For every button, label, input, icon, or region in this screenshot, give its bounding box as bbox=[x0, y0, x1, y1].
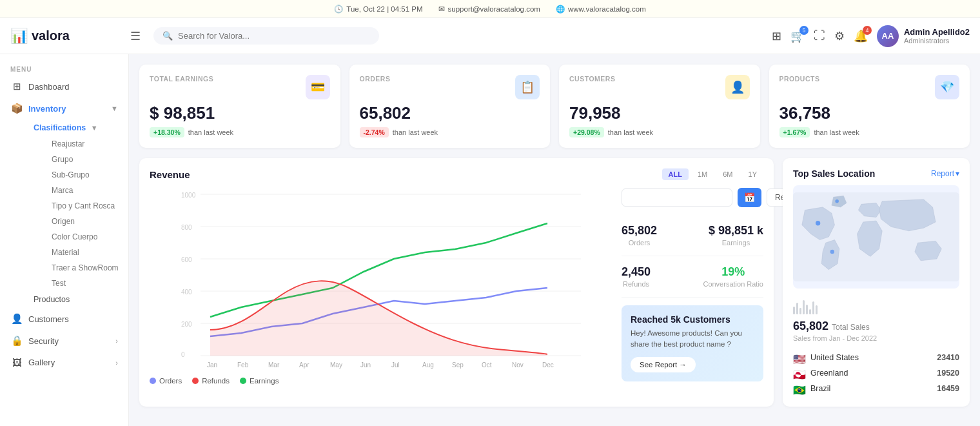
svg-text:Nov: Nov bbox=[512, 361, 524, 369]
avatar: AA bbox=[877, 25, 899, 47]
cart-badge: 5 bbox=[799, 26, 808, 35]
stat-footer-earnings: +18.30% than last week bbox=[150, 127, 330, 137]
stat-icon-customers: 👤 bbox=[725, 75, 750, 99]
country-row-us: 🇺🇸 United States 23410 bbox=[793, 350, 959, 365]
country-row-br: 🇧🇷 Brazil 16459 bbox=[793, 381, 959, 396]
sidebar-item-color[interactable]: Color Cuerpo bbox=[46, 229, 128, 245]
legend-orders: Orders bbox=[150, 377, 182, 385]
stat-label-products: PRODUCTS bbox=[779, 75, 820, 83]
period-1y[interactable]: 1Y bbox=[742, 168, 763, 180]
search-input[interactable] bbox=[178, 31, 370, 41]
sidebar-item-dashboard[interactable]: ⊞ Dashboard bbox=[0, 76, 128, 97]
sidebar-item-reajustar[interactable]: Reajustar bbox=[46, 136, 128, 152]
flag-gl: 🇬🇱 bbox=[793, 369, 806, 378]
period-6m[interactable]: 6M bbox=[716, 168, 739, 180]
top-bar: 🕓 Tue, Oct 22 | 04:51 PM ✉ support@valor… bbox=[0, 0, 980, 18]
sidebar-item-tipo-cant[interactable]: Tipo y Cant Rosca bbox=[46, 198, 128, 214]
country-val-br: 16459 bbox=[937, 384, 959, 393]
date-input[interactable] bbox=[622, 188, 732, 207]
wave-bar-2 bbox=[796, 303, 798, 314]
topbar-datetime: 🕓 Tue, Oct 22 | 04:51 PM bbox=[334, 5, 422, 14]
sidebar-item-origen[interactable]: Origen bbox=[46, 214, 128, 229]
period-all[interactable]: ALL bbox=[662, 168, 689, 180]
stat-card-earnings: TOTAL EARNINGS 💳 $ 98,851 +18.30% than l… bbox=[139, 65, 340, 148]
user-name: Admin Apellido2 bbox=[904, 27, 970, 37]
chart-area: 1000 800 600 400 200 0 bbox=[150, 188, 763, 385]
orders-metric-label: Orders bbox=[622, 239, 657, 247]
grid-icon: ⊞ bbox=[772, 29, 781, 43]
sidebar-item-classifications[interactable]: Clasifications ▼ bbox=[28, 119, 128, 136]
sidebar-item-productos[interactable]: Productos bbox=[28, 291, 128, 308]
chart-legend: Orders Refunds Earnings bbox=[150, 377, 612, 385]
topbar-website: 🌐 www.valoracatalog.com bbox=[556, 5, 646, 14]
stat-badge-orders: -2.74% bbox=[360, 127, 389, 137]
country-left-br: 🇧🇷 Brazil bbox=[793, 384, 830, 393]
rp-report-button[interactable]: Report ▾ bbox=[931, 169, 959, 178]
svg-text:800: 800 bbox=[181, 224, 192, 231]
chevron-right-icon-2: › bbox=[115, 359, 118, 367]
charts-row: Revenue ALL 1M 6M 1Y 1000 800 bbox=[139, 158, 970, 407]
sidebar-item-inventory[interactable]: 📦 Inventory ▼ bbox=[0, 97, 128, 119]
svg-text:Apr: Apr bbox=[299, 361, 309, 369]
stat-icon-earnings: 💳 bbox=[306, 75, 330, 99]
svg-text:Jul: Jul bbox=[391, 361, 400, 369]
user-details: Admin Apellido2 Administrators bbox=[904, 27, 970, 45]
stat-value-earnings: $ 98,851 bbox=[150, 103, 330, 123]
orders-dot bbox=[150, 378, 156, 384]
cart-button[interactable]: 🛒 5 bbox=[790, 29, 805, 43]
stat-footer-products: +1.67% than last week bbox=[779, 127, 960, 137]
bell-button[interactable]: 🔔 4 bbox=[854, 29, 868, 43]
metric-row-top: 65,802 Orders $ 98,851 k Earnings bbox=[622, 215, 763, 256]
bell-badge: 4 bbox=[863, 26, 872, 35]
sidebar-item-grupo[interactable]: Grupo bbox=[46, 152, 128, 167]
sidebar-item-test[interactable]: Test bbox=[46, 276, 128, 291]
stats-grid: TOTAL EARNINGS 💳 $ 98,851 +18.30% than l… bbox=[139, 65, 970, 148]
settings-button[interactable]: ⚙ bbox=[834, 29, 845, 43]
search-icon: 🔍 bbox=[162, 31, 173, 41]
expand-button[interactable]: ⛶ bbox=[814, 29, 825, 43]
sidebar-item-security[interactable]: 🔒 Security › bbox=[0, 330, 128, 352]
hamburger-button[interactable]: ☰ bbox=[130, 29, 141, 43]
svg-text:Jan: Jan bbox=[207, 361, 217, 369]
see-report-button[interactable]: See Report → bbox=[631, 357, 696, 372]
reached-title: Reached 5k Customers bbox=[631, 314, 754, 325]
svg-text:May: May bbox=[330, 361, 342, 369]
stat-card-customers: CUSTOMERS 👤 79,958 +29.08% than last wee… bbox=[559, 65, 760, 148]
line-chart-wrap: 1000 800 600 400 200 0 bbox=[150, 188, 612, 385]
total-sales-label: Total Sales bbox=[832, 323, 870, 332]
flag-us: 🇺🇸 bbox=[793, 353, 806, 362]
calendar-button[interactable]: 📅 bbox=[738, 188, 761, 207]
total-sales-row: 65,802 Total Sales bbox=[793, 320, 959, 333]
settings-icon: ⚙ bbox=[834, 29, 845, 43]
grid-button[interactable]: ⊞ bbox=[772, 29, 781, 43]
sidebar-item-material[interactable]: Material bbox=[46, 245, 128, 260]
country-row-gl: 🇬🇱 Greenland 19520 bbox=[793, 365, 959, 381]
legend-refunds: Refunds bbox=[192, 377, 230, 385]
stat-badge-earnings: +18.30% bbox=[150, 127, 184, 137]
orders-metric-value: 65,802 bbox=[622, 224, 657, 238]
sidebar-item-showroom[interactable]: Traer a ShowRoom bbox=[46, 260, 128, 276]
total-sales-value: 65,802 bbox=[793, 320, 828, 333]
svg-text:Jun: Jun bbox=[360, 361, 371, 369]
stat-label-customers: CUSTOMERS bbox=[569, 75, 615, 83]
period-tabs: ALL 1M 6M 1Y bbox=[662, 168, 763, 180]
sidebar-item-sub-grupo[interactable]: Sub-Grupo bbox=[46, 167, 128, 183]
sidebar-item-customers[interactable]: 👤 Customers bbox=[0, 308, 128, 330]
sidebar-item-gallery[interactable]: 🖼 Gallery › bbox=[0, 352, 128, 373]
earnings-metric: $ 98,851 k Earnings bbox=[709, 224, 763, 247]
globe-icon: 🌐 bbox=[556, 5, 565, 14]
email-icon: ✉ bbox=[438, 5, 445, 14]
wave-bar-6 bbox=[809, 309, 811, 314]
gallery-icon: 🖼 bbox=[10, 357, 23, 368]
country-val-us: 23410 bbox=[937, 353, 959, 362]
sidebar-item-marca[interactable]: Marca bbox=[46, 183, 128, 198]
stat-card-orders: ORDERS 📋 65,802 -2.74% than last week bbox=[349, 65, 551, 148]
svg-text:Oct: Oct bbox=[482, 361, 492, 369]
period-1m[interactable]: 1M bbox=[691, 168, 714, 180]
conversion-metric-value: 19% bbox=[703, 265, 763, 279]
topbar-email: ✉ support@valoracatalog.com bbox=[438, 5, 540, 14]
conversion-metric: 19% Conversation Ratio bbox=[703, 265, 763, 288]
country-name-us: United States bbox=[810, 353, 859, 362]
refunds-metric-label: Refunds bbox=[622, 280, 651, 288]
user-menu[interactable]: AA Admin Apellido2 Administrators bbox=[877, 25, 970, 47]
